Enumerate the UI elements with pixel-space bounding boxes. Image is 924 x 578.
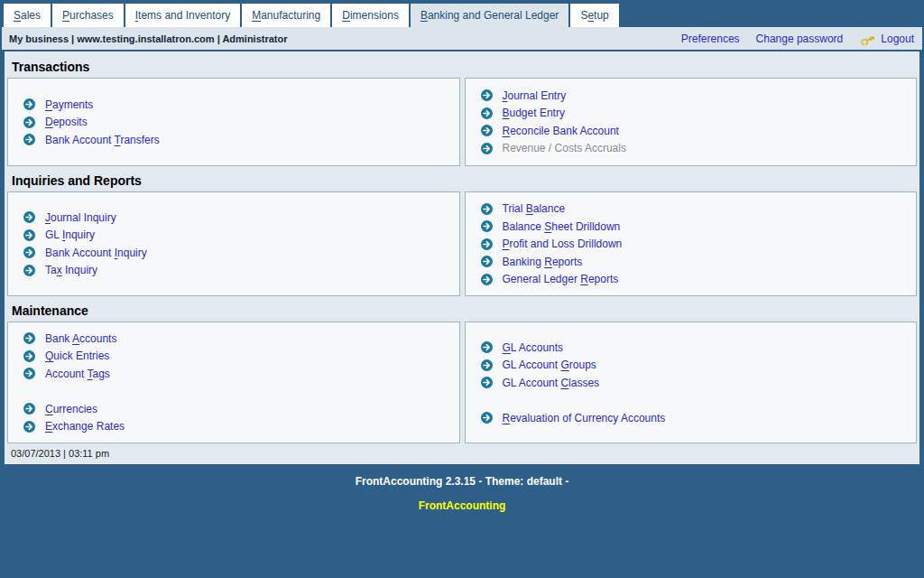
arrow-icon bbox=[23, 350, 35, 362]
menu-link-gl-inquiry[interactable]: GL Inquiry bbox=[45, 228, 95, 241]
date-time: 03/07/2013 | 03:11 pm bbox=[11, 448, 109, 459]
menu-item-currencies: Currencies bbox=[8, 400, 459, 418]
header-bar: My business | www.testing.installatron.c… bbox=[2, 27, 922, 50]
section-title-maintenance: Maintenance bbox=[5, 296, 919, 322]
menu-box-inquiries-and-reports-left: Journal InquiryGL InquiryBank Account In… bbox=[7, 191, 460, 296]
menu-link-journal-inquiry[interactable]: Journal Inquiry bbox=[45, 211, 116, 224]
menu-item-gl-accounts: GL Accounts bbox=[466, 339, 917, 357]
menu-item-bank-account-inquiry: Bank Account Inquiry bbox=[8, 244, 459, 262]
arrow-icon bbox=[481, 377, 493, 388]
menu-item-balance-sheet-drilldown: Balance Sheet Drilldown bbox=[466, 218, 917, 236]
menu-link-reconcile-bank-account[interactable]: Reconcile Bank Account bbox=[503, 125, 619, 137]
tab-sales[interactable]: Sales bbox=[4, 4, 51, 27]
key-icon bbox=[859, 33, 875, 45]
menu-link-gl-account-classes[interactable]: GL Account Classes bbox=[503, 377, 600, 389]
menu-item-exchange-rates: Exchange Rates bbox=[8, 418, 459, 436]
arrow-icon bbox=[481, 341, 493, 353]
tab-items-and-inventory[interactable]: Items and Inventory bbox=[125, 4, 240, 27]
section-maintenance: MaintenanceBank AccountsQuick EntriesAcc… bbox=[5, 296, 919, 443]
menu-item-gl-account-classes: GL Account Classes bbox=[466, 374, 917, 392]
menu-item-tax-inquiry: Tax Inquiry bbox=[8, 262, 459, 280]
logout-link[interactable]: Logout bbox=[881, 33, 914, 45]
main-menu-tab-bar: SalesPurchasesItems and InventoryManufac… bbox=[0, 0, 924, 27]
menu-link-balance-sheet-drilldown[interactable]: Balance Sheet Drilldown bbox=[503, 220, 621, 233]
menu-link-account-tags[interactable]: Account Tags bbox=[45, 368, 110, 380]
menu-link-banking-reports[interactable]: Banking Reports bbox=[503, 256, 583, 268]
menu-item-journal-entry: Journal Entry bbox=[466, 87, 917, 105]
arrow-icon bbox=[23, 98, 35, 110]
menu-link-revaluation-of-currency-accounts[interactable]: Revaluation of Currency Accounts bbox=[503, 412, 666, 424]
menu-item-deposits: Deposits bbox=[8, 113, 459, 131]
menu-item-revaluation-of-currency-accounts: Revaluation of Currency Accounts bbox=[466, 409, 917, 427]
menu-link-journal-entry[interactable]: Journal Entry bbox=[503, 89, 567, 102]
arrow-icon bbox=[23, 229, 35, 241]
menu-box-maintenance-right: GL AccountsGL Account GroupsGL Account C… bbox=[465, 322, 918, 443]
menu-box-transactions-right: Journal EntryBudget EntryReconcile Bank … bbox=[465, 78, 918, 166]
tab-purchases[interactable]: Purchases bbox=[52, 4, 124, 27]
tab-setup[interactable]: Setup bbox=[570, 4, 618, 27]
menu-item-revenue-costs-accruals: Revenue / Costs Accruals bbox=[466, 140, 917, 158]
menu-link-revenue-costs-accruals: Revenue / Costs Accruals bbox=[503, 142, 626, 154]
tab-banking-and-general-ledger[interactable]: Banking and General Ledger bbox=[411, 4, 568, 27]
arrow-icon bbox=[481, 203, 493, 215]
menu-link-bank-accounts[interactable]: Bank Accounts bbox=[45, 332, 116, 345]
logout-wrap: Logout bbox=[859, 33, 914, 45]
tab-manufacturing[interactable]: Manufacturing bbox=[242, 4, 330, 27]
menu-link-general-ledger-reports[interactable]: General Ledger Reports bbox=[503, 273, 619, 285]
arrow-icon bbox=[23, 247, 35, 258]
menu-link-gl-account-groups[interactable]: GL Account Groups bbox=[503, 359, 596, 371]
menu-item-gl-account-groups: GL Account Groups bbox=[466, 356, 917, 374]
section-transactions: TransactionsPaymentsDepositsBank Account… bbox=[5, 52, 919, 166]
section-title-inquiries-and-reports: Inquiries and Reports bbox=[5, 166, 919, 191]
arrow-icon bbox=[481, 412, 493, 424]
preferences-link[interactable]: Preferences bbox=[681, 33, 740, 45]
arrow-icon bbox=[481, 220, 493, 232]
menu-box-transactions-left: PaymentsDepositsBank Account Transfers bbox=[7, 78, 460, 166]
arrow-icon bbox=[23, 134, 35, 145]
menu-link-deposits[interactable]: Deposits bbox=[45, 116, 88, 128]
arrow-icon bbox=[481, 274, 493, 285]
arrow-icon bbox=[481, 89, 493, 101]
footer-link-line: FrontAccounting bbox=[0, 499, 924, 512]
company-user-info: My business | www.testing.installatron.c… bbox=[9, 33, 288, 44]
arrow-icon bbox=[23, 421, 35, 433]
menu-item-budget-entry: Budget Entry bbox=[466, 105, 917, 123]
menu-link-gl-accounts[interactable]: GL Accounts bbox=[503, 341, 564, 354]
app-version-text: FrontAccounting 2.3.15 - Theme: default … bbox=[0, 475, 924, 488]
arrow-icon bbox=[23, 265, 35, 276]
status-bar: 03/07/2013 | 03:11 pm bbox=[5, 443, 919, 464]
menu-link-tax-inquiry[interactable]: Tax Inquiry bbox=[45, 264, 97, 276]
menu-link-budget-entry[interactable]: Budget Entry bbox=[503, 107, 565, 119]
menu-item-reconcile-bank-account: Reconcile Bank Account bbox=[466, 122, 917, 140]
arrow-icon bbox=[481, 256, 493, 267]
menu-link-payments[interactable]: Payments bbox=[45, 98, 93, 111]
change-password-link[interactable]: Change password bbox=[756, 33, 844, 45]
section-title-transactions: Transactions bbox=[5, 52, 919, 78]
menu-link-bank-account-inquiry[interactable]: Bank Account Inquiry bbox=[45, 247, 147, 259]
menu-spacer bbox=[466, 391, 917, 409]
header-links: Preferences Change password Logout bbox=[681, 33, 914, 45]
menu-sections: TransactionsPaymentsDepositsBank Account… bbox=[5, 52, 919, 443]
menu-spacer bbox=[8, 383, 459, 401]
menu-box-maintenance-left: Bank AccountsQuick EntriesAccount TagsCu… bbox=[7, 322, 460, 443]
menu-link-bank-account-transfers[interactable]: Bank Account Transfers bbox=[45, 134, 160, 146]
frontaccounting-link[interactable]: FrontAccounting bbox=[419, 499, 506, 512]
menu-item-account-tags: Account Tags bbox=[8, 365, 459, 383]
section-inquiries-and-reports: Inquiries and ReportsJournal InquiryGL I… bbox=[5, 166, 919, 296]
menu-item-banking-reports: Banking Reports bbox=[466, 253, 917, 271]
menu-link-exchange-rates[interactable]: Exchange Rates bbox=[45, 420, 125, 433]
arrow-icon bbox=[481, 125, 493, 136]
arrow-icon bbox=[23, 117, 35, 128]
menu-link-quick-entries[interactable]: Quick Entries bbox=[45, 350, 109, 362]
menu-item-journal-inquiry: Journal Inquiry bbox=[8, 209, 459, 227]
menu-item-gl-inquiry: GL Inquiry bbox=[8, 227, 459, 245]
frontaccounting-app: SalesPurchasesItems and InventoryManufac… bbox=[0, 0, 924, 512]
menu-link-currencies[interactable]: Currencies bbox=[45, 403, 97, 415]
tab-dimensions[interactable]: Dimensions bbox=[332, 4, 409, 27]
menu-link-profit-and-loss-drilldown[interactable]: Profit and Loss Drilldown bbox=[503, 238, 623, 250]
menu-item-payments: Payments bbox=[8, 96, 459, 114]
menu-link-trial-balance[interactable]: Trial Balance bbox=[503, 202, 566, 215]
arrow-icon bbox=[23, 403, 35, 415]
menu-item-trial-balance: Trial Balance bbox=[466, 200, 917, 218]
menu-item-general-ledger-reports: General Ledger Reports bbox=[466, 270, 917, 288]
